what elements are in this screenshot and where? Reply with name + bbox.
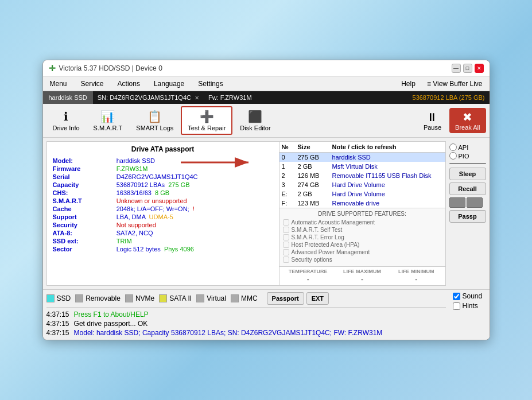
row-num: E: [282,191,298,197]
log-entry-1: 4:37:15 Press F1 to About/HELP [46,310,446,319]
break-all-button[interactable]: ✖ Break All [449,108,486,133]
smart-logs-button[interactable]: 📋 SMART Logs [130,107,180,134]
close-button[interactable]: ✕ [475,64,484,73]
feature-item: Advanced Power Management [283,249,442,255]
col-note: Note / click to refresh [332,143,443,150]
drive-list-row[interactable]: E: 2 GB Hard Drive Volume [279,189,445,199]
sleep-button[interactable]: Sleep [449,168,486,180]
api-pio-group: API PIO [449,143,486,160]
pio-radio[interactable]: PIO [449,152,486,160]
menu-item-settings[interactable]: Settings [196,79,225,89]
disk-editor-button[interactable]: ⬛ Disk Editor [234,107,277,134]
drive-info-button[interactable]: ℹ Drive Info [46,107,86,134]
table-row: Firmware F.ZRW31M [51,165,275,173]
row-num: 2 [282,172,298,179]
view-buffer-live-button[interactable]: ≡ View Buffer Live [425,79,485,89]
hints-row[interactable]: Hints [453,302,487,310]
life-max-label: LIFE MAXIMUM [336,269,389,274]
minimize-button[interactable]: — [452,64,461,73]
drive-list-row[interactable]: 1 2 GB Msft Virtual Disk [279,162,445,171]
divider [449,163,486,164]
pio-radio-input[interactable] [449,152,457,160]
smart-button[interactable]: 📊 S.M.A.R.T [87,107,129,134]
menu-item-help[interactable]: Help [399,79,418,89]
menu-item-service[interactable]: Service [79,79,106,89]
life-min-value: - [390,275,442,284]
row-label: Firmware [51,165,114,173]
row-value: TRIM [114,237,275,245]
hints-checkbox[interactable] [453,302,460,310]
sn-close-button[interactable]: ✕ [195,95,199,101]
feature-checkbox-3 [283,234,289,240]
row-label: Cache [51,205,114,213]
maximize-button[interactable]: □ [463,64,472,73]
drive-list-row[interactable]: F: 123 MB Removable drive [279,199,445,208]
bottom-right-panel: Sound Hints [449,290,490,340]
break-icon: ✖ [463,110,472,124]
feature-item: Automatic Acoustic Management [283,219,442,226]
passport-row: SSD Removable NVMe SATA II Virtual [46,292,446,308]
log-entry-2: 4:37:15 Get drive passport... OK [46,319,446,328]
drive-list-row[interactable]: 3 274 GB Hard Drive Volume [279,180,445,189]
passport-button[interactable]: Passport [267,292,304,305]
menu-item-menu[interactable]: Menu [48,79,69,89]
temperature-box: TEMPERATURE - [282,269,335,284]
test-repair-icon: ➕ [200,110,214,123]
lba-text: 536870912 LBA (275 GB) [413,94,485,101]
toolbar: ℹ Drive Info 📊 S.M.A.R.T 📋 SMART Logs ➕ … [43,104,490,138]
passp-button[interactable]: Passp [449,210,486,223]
ssd-color-box [46,294,55,302]
feature-checkbox-6 [283,257,289,263]
row-label: SSD ext: [51,237,114,245]
button-pair [449,197,486,208]
sound-label: Sound [463,292,483,300]
content-area: Drive ATA passport Model: harddisk SSD F… [43,138,490,289]
row-value: D4Z6RG2VGJAMS1JT1Q4C [114,173,275,181]
row-size: 275 GB [298,154,332,161]
removable-label: Removable [86,294,121,302]
row-value: harddisk SSD [114,157,275,165]
row-note: Removable IT1165 USB Flash Disk [332,172,443,179]
pause-button[interactable]: ⏸ Pause [417,108,448,133]
test-repair-button[interactable]: ➕ Test & Repair [181,106,232,135]
table-row: Model: harddisk SSD [51,157,275,165]
table-row: Support LBA, DMA UDMA-5 [51,213,275,221]
small-btn-2[interactable] [467,197,483,208]
table-row: CHS: 16383/16/63 8 GB [51,189,275,197]
temp-label: TEMPERATURE [282,269,335,274]
log-message: Get drive passport... OK [74,320,148,328]
row-size: 123 MB [298,200,332,207]
drive-list-row[interactable]: 2 126 MB Removable IT1165 USB Flash Disk [279,171,445,180]
virtual-color-box [196,294,204,302]
row-value: SATA2, NCQ [114,229,275,237]
feature-checkbox-5 [283,249,289,255]
device-fw: Fw: F.ZRW31M [204,92,257,103]
col-size: Size [298,143,332,150]
menubar: Menu Service Actions Language Settings H… [43,77,490,91]
log-time: 4:37:15 [46,310,69,319]
ext-button[interactable]: EXT [306,292,329,305]
table-row: Security Not supported [51,221,275,229]
small-btn-1[interactable] [449,197,465,208]
device-tab[interactable]: harddisk SSD [43,91,93,104]
feature-item: S.M.A.R.T. Self Test [283,227,442,233]
sata-color-box [159,294,167,302]
drive-list-row[interactable]: 0 275 GB harddisk SSD [279,153,445,162]
row-label: Sector [51,245,114,253]
log-message: Press F1 to About/HELP [74,310,149,319]
api-radio-input[interactable] [449,143,457,151]
sound-row[interactable]: Sound [453,292,487,300]
api-radio[interactable]: API [449,143,486,151]
menu-item-actions[interactable]: Actions [115,79,142,89]
sound-checkbox[interactable] [453,293,460,300]
row-num: 0 [282,154,298,161]
menu-item-language[interactable]: Language [152,79,187,89]
right-panel: API PIO Sleep Recall Passp [446,141,486,286]
row-num: F: [282,200,298,207]
table-row: Sector Logic 512 bytes Phys 4096 [51,245,275,253]
features-section: DRIVE SUPPORTED FEATURES: Automatic Acou… [279,208,445,266]
row-label: Support [51,213,114,221]
hints-label: Hints [463,302,478,310]
feature-label: Host Protected Area (HPA) [292,242,360,248]
recall-button[interactable]: Recall [449,182,486,195]
